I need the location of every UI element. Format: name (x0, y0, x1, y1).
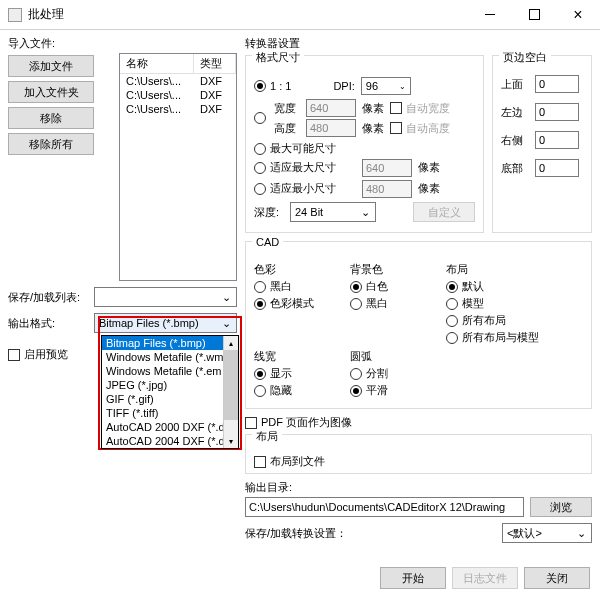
margin-left-input[interactable] (535, 103, 579, 121)
bg-white-radio[interactable]: 白色 (350, 279, 422, 294)
width-input[interactable] (306, 99, 356, 117)
close-button[interactable]: × (556, 0, 600, 30)
output-dir-input[interactable] (245, 497, 524, 517)
layout-to-file-checkbox[interactable]: 布局到文件 (254, 454, 583, 469)
depth-label: 深度: (254, 205, 284, 220)
file-list[interactable]: 名称 类型 C:\Users\...DXF C:\Users\...DXF C:… (119, 53, 237, 281)
dpi-label: DPI: (333, 80, 354, 92)
auto-width-checkbox[interactable]: 自动宽度 (390, 101, 450, 116)
fit-min-input[interactable] (362, 180, 412, 198)
dd-option[interactable]: Windows Metafile (*.wm (102, 350, 238, 364)
lw-show-radio[interactable]: 显示 (254, 366, 326, 381)
save-list-label: 保存/加载列表: (8, 290, 86, 305)
col-name[interactable]: 名称 (120, 54, 194, 73)
chevron-down-icon: ⌄ (218, 317, 234, 330)
layout-all-model-radio[interactable]: 所有布局与模型 (446, 330, 539, 345)
layout-model-radio[interactable]: 模型 (446, 296, 539, 311)
color-color-radio[interactable]: 色彩模式 (254, 296, 326, 311)
dpi-combo[interactable]: 96⌄ (361, 77, 411, 95)
dropdown-scrollbar[interactable]: ▴ ▾ (223, 336, 238, 448)
scroll-up-icon[interactable]: ▴ (224, 336, 238, 350)
layout-all-radio[interactable]: 所有布局 (446, 313, 539, 328)
dd-option[interactable]: JPEG (*.jpg) (102, 378, 238, 392)
app-icon (8, 8, 22, 22)
fit-min-radio[interactable]: 适应最小尺寸 (254, 181, 336, 196)
layout-default-radio[interactable]: 默认 (446, 279, 539, 294)
height-input[interactable] (306, 119, 356, 137)
remove-all-button[interactable]: 移除所有 (8, 133, 94, 155)
log-button: 日志文件 (452, 567, 518, 589)
dd-option[interactable]: GIF (*.gif) (102, 392, 238, 406)
arc-split-radio[interactable]: 分割 (350, 366, 422, 381)
save-conv-combo[interactable]: <默认>⌄ (502, 523, 592, 543)
output-format-dropdown[interactable]: Bitmap Files (*.bmp) Windows Metafile (*… (101, 335, 239, 449)
lw-hide-radio[interactable]: 隐藏 (254, 383, 326, 398)
window-title: 批处理 (28, 6, 468, 23)
converter-settings-label: 转换器设置 (245, 36, 592, 51)
pdf-as-image-checkbox[interactable]: PDF 页面作为图像 (245, 415, 592, 430)
layout-group: 布局 布局到文件 (245, 434, 592, 474)
maximize-button[interactable] (512, 0, 556, 30)
arc-smooth-radio[interactable]: 平滑 (350, 383, 422, 398)
output-format-combo[interactable]: Bitmap Files (*.bmp)⌄ (94, 313, 237, 333)
page-margin-group: 页边空白 上面 左边 右侧 底部 (492, 55, 592, 233)
margin-top-input[interactable] (535, 75, 579, 93)
chevron-down-icon: ⌄ (573, 527, 589, 540)
dd-option[interactable]: AutoCAD 2000 DXF (*.dx (102, 420, 238, 434)
close-dialog-button[interactable]: 关闭 (524, 567, 590, 589)
auto-height-checkbox[interactable]: 自动高度 (390, 121, 450, 136)
chevron-down-icon: ⌄ (218, 291, 234, 304)
chevron-down-icon: ⌄ (357, 206, 373, 219)
size-wh-radio[interactable] (254, 112, 268, 124)
fit-max-radio[interactable]: 适应最大尺寸 (254, 160, 336, 175)
scroll-thumb[interactable] (224, 350, 238, 420)
output-format-label: 输出格式: (8, 316, 86, 331)
output-dir-label: 输出目录: (245, 480, 592, 495)
margin-bottom-input[interactable] (535, 159, 579, 177)
remove-button[interactable]: 移除 (8, 107, 94, 129)
bg-black-radio[interactable]: 黑白 (350, 296, 422, 311)
cad-group: CAD 色彩 黑白 色彩模式 背景色 白色 黑白 布局 默认 模型 所有布局 (245, 241, 592, 409)
output-format-value: Bitmap Files (*.bmp) (99, 317, 199, 329)
depth-combo[interactable]: 24 Bit⌄ (290, 202, 376, 222)
ratio-1to1-radio[interactable]: 1 : 1 (254, 80, 291, 92)
fit-max-input[interactable] (362, 159, 412, 177)
import-files-label: 导入文件: (8, 36, 237, 51)
window-titlebar: 批处理 × (0, 0, 600, 30)
dd-option[interactable]: Windows Metafile (*.em (102, 364, 238, 378)
save-conv-label: 保存/加载转换设置： (245, 526, 347, 541)
enable-preview-checkbox[interactable]: 启用预览 (8, 347, 68, 362)
minimize-button[interactable] (468, 0, 512, 30)
scroll-down-icon[interactable]: ▾ (224, 434, 238, 448)
col-type[interactable]: 类型 (194, 54, 236, 73)
custom-button: 自定义 (413, 202, 475, 222)
dd-option[interactable]: TIFF (*.tiff) (102, 406, 238, 420)
save-list-combo[interactable]: ⌄ (94, 287, 237, 307)
dd-option[interactable]: AutoCAD 2004 DXF (*.dx (102, 434, 238, 448)
start-button[interactable]: 开始 (380, 567, 446, 589)
list-item[interactable]: C:\Users\...DXF (120, 74, 236, 88)
add-folder-button[interactable]: 加入文件夹 (8, 81, 94, 103)
browse-button[interactable]: 浏览 (530, 497, 592, 517)
format-size-group: 格式尺寸 1 : 1 DPI: 96⌄ 宽度像素自动宽度 高度像素自动高度 最大… (245, 55, 484, 233)
max-size-radio[interactable]: 最大可能尺寸 (254, 141, 475, 156)
list-item[interactable]: C:\Users\...DXF (120, 88, 236, 102)
add-file-button[interactable]: 添加文件 (8, 55, 94, 77)
dd-option[interactable]: Bitmap Files (*.bmp) (102, 336, 238, 350)
margin-right-input[interactable] (535, 131, 579, 149)
color-bw-radio[interactable]: 黑白 (254, 279, 326, 294)
list-item[interactable]: C:\Users\...DXF (120, 102, 236, 116)
